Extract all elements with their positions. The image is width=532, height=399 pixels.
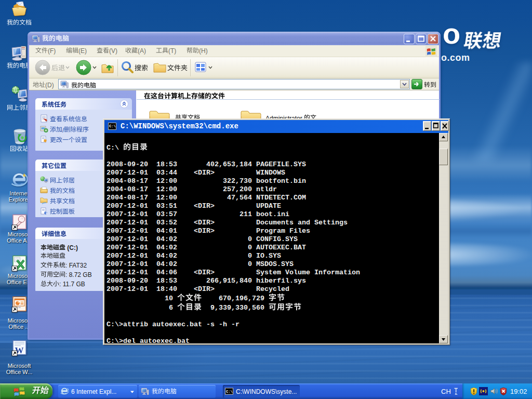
svg-text:C:\: C:\ <box>109 124 116 128</box>
svg-text:C:\: C:\ <box>226 390 233 394</box>
